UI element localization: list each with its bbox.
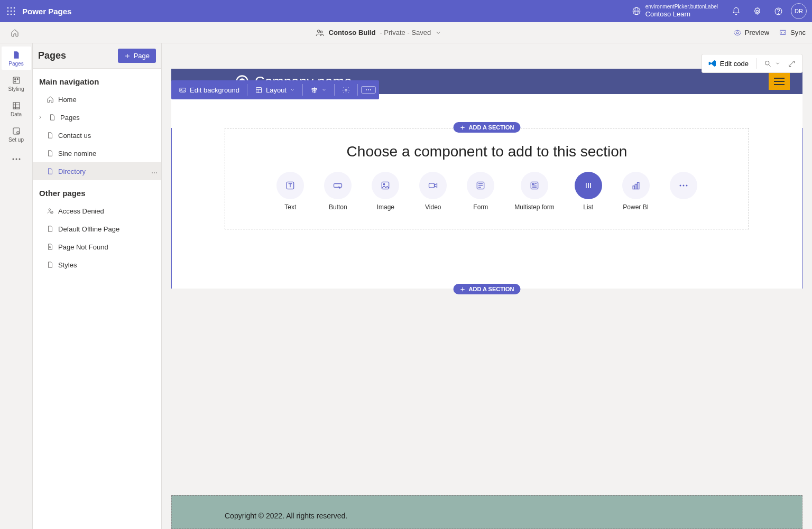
picker-title: Choose a component to add to this sectio… [241,143,733,160]
environment-picker[interactable]: environmentPicker.buttonLabel Contoso Le… [624,4,725,18]
component-power-bi[interactable]: Power BI [622,172,650,211]
add-page-button[interactable]: Page [118,49,156,63]
rail-pages[interactable]: Pages [2,47,31,70]
svg-point-30 [15,159,17,160]
svg-point-12 [756,10,758,12]
rail-data-label: Data [11,112,22,117]
section-more-button[interactable] [361,86,376,94]
app-name-label: Power Pages [22,7,71,16]
preview-button[interactable]: Preview [733,29,769,37]
svg-point-3 [7,11,9,12]
list-icon [583,180,594,191]
svg-point-4 [11,11,12,12]
edit-code-label: Edit code [720,60,749,68]
tree-item-directory[interactable]: Directory [33,162,161,180]
chevron-down-icon[interactable] [435,30,441,36]
svg-point-2 [14,7,15,9]
fullscreen-button[interactable] [788,60,796,68]
rail-setup[interactable]: Set up [2,123,31,146]
text-icon [285,180,296,191]
component-label: Button [329,203,347,211]
alignment-button[interactable] [306,83,331,97]
edit-bg-label: Edit background [190,86,239,94]
component-label: Form [473,203,488,211]
rail-setup-label: Set up [8,137,24,143]
component-list[interactable]: List [575,172,602,211]
page-icon [47,168,54,175]
svg-rect-49 [334,184,342,188]
footer-text: Copyright © 2022. All rights reserved. [225,512,347,520]
tree-item-default-offline[interactable]: Default Offline Page [33,220,161,238]
component-form[interactable]: Form [467,172,494,211]
tree-item-sine-nomine[interactable]: Sine nomine [33,144,161,162]
page-icon [49,114,56,121]
environment-label: environmentPicker.buttonLabel [645,4,718,10]
svg-rect-66 [635,184,636,189]
svg-point-6 [7,14,9,15]
component-more[interactable] [670,172,697,211]
svg-point-1 [11,7,12,9]
preview-label: Preview [745,29,769,36]
tree-item-more-icon[interactable] [151,168,158,175]
zoom-button[interactable] [764,60,780,68]
component-button[interactable]: Button [324,172,352,211]
home-button[interactable] [6,29,23,37]
svg-point-34 [152,172,153,173]
canvas-toolbar: Edit code [702,54,802,73]
svg-point-82 [366,89,367,90]
hamburger-menu[interactable] [769,73,790,90]
svg-point-84 [370,89,371,90]
site-status: - Private - Saved [380,29,431,36]
component-video[interactable]: Video [419,172,447,211]
panel-title: Pages [38,50,66,61]
other-pages-heading: Other pages [33,180,161,202]
add-section-top-button[interactable]: ADD A SECTION [454,122,521,133]
svg-point-0 [7,7,9,9]
left-rail: Pages Styling Data Set up [0,43,33,529]
add-section-label: ADD A SECTION [469,286,514,292]
user-avatar[interactable]: DR [791,3,807,19]
component-image[interactable]: Image [372,172,399,211]
rail-data[interactable]: Data [2,97,31,120]
tree-label: Styles [58,261,77,269]
component-text[interactable]: Text [276,172,304,211]
app-launcher-icon[interactable] [0,7,22,15]
layout-button[interactable]: Layout [251,83,299,97]
svg-point-40 [49,246,50,247]
help-icon[interactable] [768,7,789,16]
canvas: Edit code Company name [162,43,812,529]
tree-item-contact-us[interactable]: Contact us [33,126,161,144]
svg-point-35 [154,172,155,173]
rail-more[interactable] [2,148,31,171]
rail-styling[interactable]: Styling [2,72,31,95]
component-label: Power BI [623,203,649,211]
more-icon [365,89,372,91]
video-icon [428,180,438,191]
edit-code-button[interactable]: Edit code [708,59,749,68]
svg-point-17 [736,32,739,34]
chevron-down-icon [290,87,295,92]
add-section-bottom-button[interactable]: ADD A SECTION [454,284,521,294]
people-icon [315,28,325,38]
svg-rect-18 [780,30,786,34]
tree-item-home[interactable]: Home [33,90,161,108]
svg-point-69 [682,185,684,187]
sync-button[interactable]: Sync [779,29,806,37]
component-label [682,203,684,211]
svg-point-21 [17,78,18,79]
edit-background-button[interactable]: Edit background [174,83,244,97]
tree-item-styles[interactable]: Styles [33,256,161,274]
plus-icon [460,125,466,131]
tree-item-page-not-found[interactable]: Page Not Found [33,238,161,256]
svg-rect-73 [180,88,186,92]
globe-icon [632,6,641,16]
tree-item-pages[interactable]: Pages [33,108,161,126]
tree-item-access-denied[interactable]: Access Denied [33,202,161,220]
notifications-icon[interactable] [725,7,746,16]
rail-styling-label: Styling [8,86,24,92]
settings-icon[interactable] [746,7,768,16]
environment-name: Contoso Learn [645,10,718,18]
caret-icon[interactable] [36,115,44,120]
section-settings-button[interactable] [338,83,354,97]
component-multistep-form[interactable]: Multistep form [514,172,554,211]
